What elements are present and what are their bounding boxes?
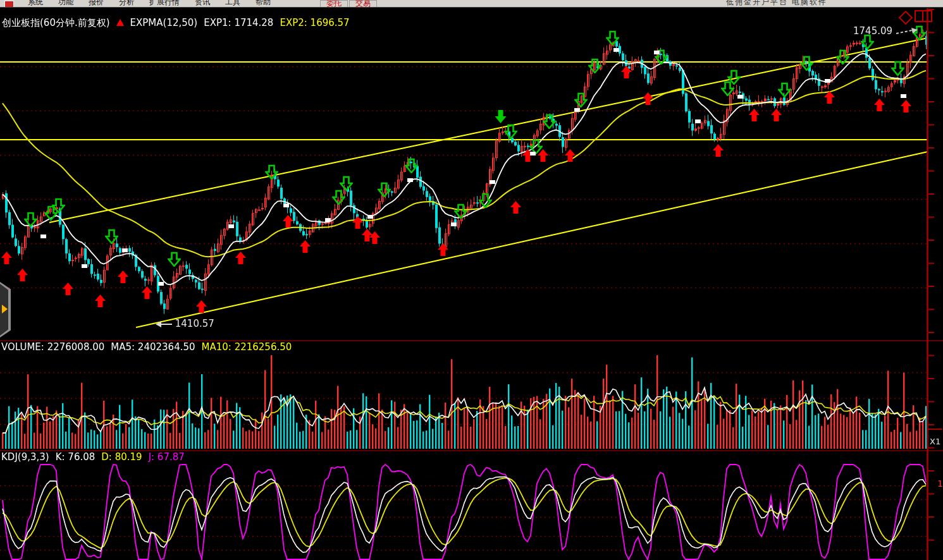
buy-signal-arrow: [94, 295, 106, 308]
sell-signal-arrow: [606, 30, 619, 46]
sell-signal-arrow: [504, 124, 517, 139]
white-bar-marker: [228, 224, 234, 228]
white-bar-marker: [325, 218, 331, 222]
buy-signal-arrow: [642, 92, 654, 106]
titlebar-right-text: 低佣金开户平台 电脑软件: [726, 0, 827, 8]
red-up-arrow-icon: [116, 19, 124, 26]
sell-signal-arrow: [574, 92, 588, 107]
buy-signal-arrow: [770, 109, 782, 122]
white-bar-marker: [122, 248, 128, 252]
sell-signal-arrow: [479, 193, 492, 208]
menu-item-3[interactable]: 分析: [119, 0, 134, 8]
kdj-axis-label: 100: [937, 478, 943, 489]
buy-signal-arrow: [873, 99, 885, 112]
main-chart-header: 创业板指(60分钟.前复权) EXPMA(12,50) EXP1: 1714.2…: [2, 17, 350, 29]
menu-item-6[interactable]: 工具: [225, 0, 240, 8]
expand-right-arrow-icon: [2, 305, 8, 313]
sell-signal-arrow-solid: [494, 109, 507, 124]
menu-item-2[interactable]: 报价: [89, 0, 104, 8]
high-price-annotation: 1745.09: [853, 25, 918, 37]
sell-signal-arrow: [778, 82, 791, 97]
buy-signal-arrow: [352, 216, 364, 229]
buy-signal-arrow: [299, 240, 311, 253]
kdj-k-value: K: 76.08: [56, 451, 96, 463]
sell-signal-arrow: [405, 158, 418, 173]
menu-bar: 系统功能报价分析扩展行情资讯工具帮助: [28, 0, 271, 8]
low-price-annotation: 1410.57: [156, 318, 214, 329]
volume-ma5: MA5: 2402364.50: [111, 341, 195, 353]
sell-signal-arrow: [105, 229, 118, 244]
buy-signal-arrow: [235, 252, 247, 265]
buy-signal-arrow: [141, 286, 153, 300]
sell-signal-arrow: [588, 58, 601, 73]
titlebar: 系统功能报价分析扩展行情资讯工具帮助 低佣金开户平台 电脑软件 委托交易: [0, 0, 943, 8]
buy-signal-arrow: [712, 144, 724, 157]
white-bar-marker: [825, 79, 830, 83]
app-logo-icon: [4, 1, 14, 8]
white-bar-marker: [40, 234, 46, 238]
kdj-header: KDJ(9,3,3) K: 76.08 D: 80.19 J: 67.87: [1, 451, 185, 463]
white-bar-marker: [82, 264, 87, 268]
buy-signal-arrow: [900, 100, 912, 113]
menu-item-7[interactable]: 帮助: [256, 0, 271, 8]
white-bar-marker: [367, 215, 373, 219]
chart-canvas[interactable]: [0, 0, 943, 560]
sell-signal-arrow: [332, 190, 345, 205]
menu-item-0[interactable]: 系统: [28, 0, 43, 8]
squares-marker-icon[interactable]: [915, 10, 932, 22]
buy-signal-arrow: [620, 66, 632, 79]
buy-signal-arrow: [823, 91, 835, 104]
left-arrow-icon: [156, 320, 172, 328]
sell-signal-arrow: [24, 212, 37, 227]
buy-signal-arrow: [369, 231, 381, 245]
white-bar-marker: [901, 94, 906, 98]
buy-signal-arrow: [510, 201, 522, 214]
white-bar-marker: [654, 51, 660, 54]
white-bar-marker: [158, 282, 164, 286]
buy-signal-arrow: [117, 271, 129, 284]
exp1-value: EXP1: 1714.28: [204, 17, 273, 29]
buy-signal-arrow: [282, 215, 294, 228]
sell-signal-arrow: [378, 182, 391, 197]
kdj-j-value: J: 67.87: [149, 451, 185, 463]
sell-signal-arrow: [265, 164, 278, 180]
white-bar-marker: [613, 48, 619, 52]
chart-title[interactable]: 创业板指(60分钟.前复权): [2, 17, 110, 29]
menu-item-4[interactable]: 扩展行情: [149, 0, 180, 8]
buy-signal-arrow: [16, 269, 28, 282]
volume-scale-label: X1: [930, 437, 940, 446]
menu-item-5[interactable]: 资讯: [195, 0, 210, 8]
sell-signal-arrow: [836, 49, 849, 64]
kdj-params[interactable]: KDJ(9,3,3): [1, 451, 49, 463]
white-bar-marker: [530, 152, 536, 155]
buy-signal-arrow: [564, 149, 576, 162]
white-bar-marker: [407, 178, 413, 182]
broker-button-0[interactable]: 委托: [320, 0, 348, 8]
volume-ma10: MA10: 2216256.50: [202, 341, 292, 353]
dashed-arrow-icon: [896, 27, 918, 36]
sell-signal-arrow: [168, 252, 181, 267]
buy-signal-arrow: [748, 109, 760, 122]
buy-signal-arrow: [437, 243, 449, 257]
buy-signal-arrow: [195, 300, 207, 313]
volume-value[interactable]: VOLUME: 2276008.00: [1, 341, 104, 353]
white-bar-marker: [695, 119, 701, 123]
sell-signal-arrow: [800, 56, 813, 71]
trading-app-window: 系统功能报价分析扩展行情资讯工具帮助 低佣金开户平台 电脑软件 委托交易 创业板…: [0, 0, 943, 560]
white-bar-marker: [737, 95, 743, 99]
sidebar-flyout-tab[interactable]: [0, 282, 11, 338]
sell-signal-arrow: [340, 176, 353, 191]
white-bar-marker: [490, 180, 495, 184]
indicator-label[interactable]: EXPMA(12,50): [130, 17, 198, 29]
kdj-d-value: D: 80.19: [101, 451, 142, 463]
menu-item-1[interactable]: 功能: [58, 0, 73, 8]
white-bar-marker: [283, 204, 289, 207]
sell-signal-arrow: [543, 114, 556, 129]
white-bar-marker: [574, 108, 580, 112]
sell-signal-arrow: [52, 198, 65, 213]
exp2-value: EXP2: 1696.57: [280, 17, 349, 29]
buy-signal-arrow: [62, 283, 74, 296]
broker-button-1[interactable]: 交易: [349, 0, 377, 8]
sell-signal-arrow: [727, 70, 741, 85]
volume-header: VOLUME: 2276008.00 MA5: 2402364.50 MA10:…: [1, 341, 292, 353]
